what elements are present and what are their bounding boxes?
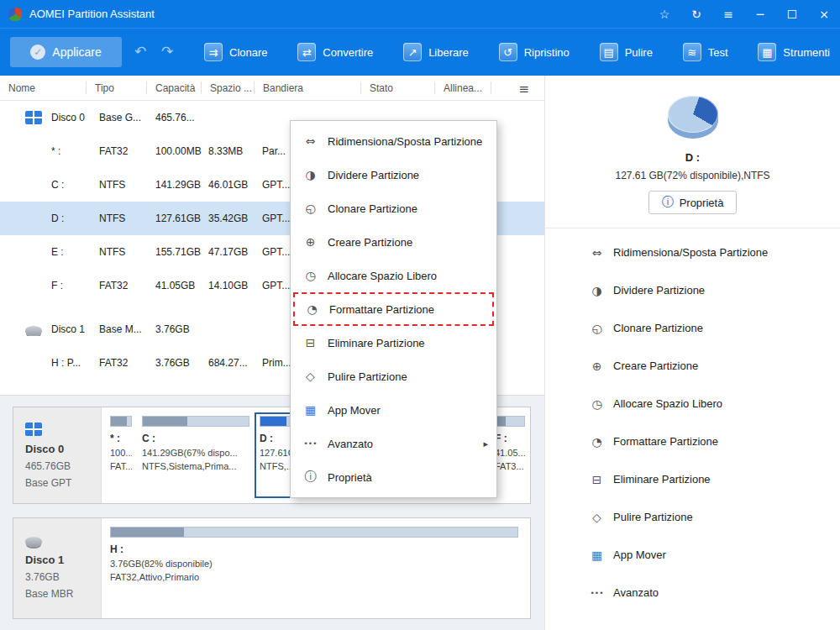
partition-label: F :	[495, 433, 525, 444]
sidebar-action-list: ⇔ Ridimensiona/Sposta Partizione ◑ Divid…	[545, 228, 840, 612]
close-button[interactable]: ×	[808, 0, 840, 28]
context-menu-item[interactable]: ◇ Pulire Partizione	[291, 360, 496, 393]
disk-type: Base GPT	[25, 477, 101, 489]
app-title: AOMEI Partition Assistant	[29, 8, 155, 20]
disk-type: Base MBR	[25, 588, 101, 600]
cell-tipo: Base G...	[87, 112, 147, 123]
cell-capacita: 3.76GB	[147, 323, 202, 335]
partition-label: C :	[142, 433, 249, 444]
sidebar-action-item[interactable]: ⊕ Creare Partizione	[545, 347, 840, 385]
toolbar-action-button[interactable]: ▦ Strumenti	[758, 43, 830, 61]
context-menu-label: Proprietà	[328, 471, 372, 484]
partition-label: * :	[110, 433, 132, 444]
toolbar-action-button[interactable]: ⇄ Convertire	[297, 43, 373, 61]
context-menu-label: Pulire Partizione	[328, 370, 407, 383]
sidebar-action-icon: ⊕	[589, 360, 605, 373]
column-header[interactable]: Stato	[361, 81, 435, 94]
cell-tipo: NTFS	[87, 179, 147, 191]
toolbar-action-button[interactable]: ↗ Liberare	[403, 43, 469, 61]
toolbar-action-button[interactable]: ≋ Test	[683, 43, 728, 61]
context-menu-item[interactable]: ◔ Formattare Partizione	[293, 292, 494, 326]
disk-size: 465.76GB	[25, 460, 101, 472]
column-header[interactable]: Allinea...	[435, 81, 491, 94]
sidebar-action-label: Pulire Partizione	[613, 511, 693, 523]
context-menu-item[interactable]: ◷ Allocare Spazio Libero	[291, 259, 496, 292]
disk1-info[interactable]: Disco 1 3.76GB Base MBR	[13, 518, 102, 618]
toolbar-action-button[interactable]: ⇉ Clonare	[204, 43, 268, 61]
context-menu-item[interactable]: ⇔ Ridimensiona/Sposta Partizione	[291, 124, 496, 158]
sidebar-action-icon: ⇔	[589, 246, 605, 260]
column-settings-icon[interactable]: ≡	[518, 81, 529, 97]
column-header[interactable]: Tipo	[87, 81, 147, 94]
undo-icon[interactable]: ↶	[134, 43, 146, 60]
sidebar-action-icon: ◇	[589, 511, 605, 524]
maximize-button[interactable]: ☐	[776, 0, 808, 28]
sidebar-action-label: Formattare Partizione	[613, 435, 718, 448]
sidebar-action-label: Allocare Spazio Libero	[613, 397, 722, 410]
disk1-panel: Disco 1 3.76GB Base MBR H : 3.76GB(82% d…	[13, 517, 531, 619]
apply-button[interactable]: ✓ Applicare	[10, 37, 122, 67]
partition-block[interactable]: C : 141.29GB(67% dispo... NTFS,Sistema,P…	[139, 414, 253, 496]
hamburger-menu-icon[interactable]: ≡	[712, 0, 744, 28]
selected-volume-label: D :	[545, 151, 840, 164]
sidebar-action-item[interactable]: ◔ Formattare Partizione	[545, 423, 840, 460]
sidebar-action-item[interactable]: ◵ Clonare Partizione	[545, 309, 840, 347]
sidebar-action-icon: ⊟	[589, 473, 605, 486]
sidebar-action-item[interactable]: ◷ Allocare Spazio Libero	[545, 385, 840, 423]
refresh-icon[interactable]: ↻	[680, 0, 712, 28]
disk-icon	[25, 326, 42, 336]
sidebar-action-item[interactable]: ▦ App Mover	[545, 536, 840, 574]
titlebar-controls: ☆ ↻ ≡ ─ ☐ ×	[648, 0, 840, 28]
sidebar-action-item[interactable]: ◑ Dividere Partizione	[545, 271, 840, 309]
cell-nome: C :	[0, 178, 87, 192]
context-menu-item[interactable]: ⊕ Creare Partizione	[291, 225, 496, 259]
sidebar-action-item[interactable]: ••• Avanzato	[545, 574, 840, 612]
properties-button[interactable]: ⓘ Proprietà	[648, 191, 738, 214]
toolbar-action-icon: ⇄	[297, 43, 316, 61]
context-menu-item[interactable]: ••• Avanzato ▸	[291, 427, 496, 460]
redo-icon[interactable]: ↷	[161, 43, 173, 60]
favorite-star-icon[interactable]: ☆	[648, 0, 680, 28]
sidebar-action-icon: ▦	[589, 549, 605, 562]
context-menu-item[interactable]: ⊟ Eliminare Partizione	[291, 326, 496, 360]
disk0-info[interactable]: Disco 0 465.76GB Base GPT	[13, 407, 102, 503]
sidebar-action-label: Ridimensiona/Sposta Partizione	[613, 246, 768, 259]
cell-nome: D :	[0, 212, 87, 225]
sidebar-action-item[interactable]: ⇔ Ridimensiona/Sposta Partizione	[545, 234, 840, 271]
toolbar-action-icon: ▦	[758, 43, 776, 61]
sidebar-action-item[interactable]: ◇ Pulire Partizione	[545, 498, 840, 536]
partition-block[interactable]: * : 100... FAT...	[107, 414, 135, 496]
sidebar-action-icon: ◷	[589, 397, 605, 411]
minimize-button[interactable]: ─	[744, 0, 776, 28]
column-header[interactable]: Capacità	[147, 81, 202, 94]
aomei-logo-icon	[8, 8, 22, 21]
sidebar-action-label: Dividere Partizione	[613, 284, 705, 297]
partition-block[interactable]: H : 3.76GB(82% disponibile) FAT32,Attivo…	[107, 525, 522, 612]
cell-capacita: 100.00MB	[147, 145, 202, 157]
sidebar-action-item[interactable]: ⊟ Eliminare Partizione	[545, 460, 840, 498]
cell-spazio-libero: 684.27...	[202, 357, 255, 369]
context-menu: ⇔ Ridimensiona/Sposta Partizione ◑ Divid…	[290, 120, 497, 498]
context-menu-item[interactable]: ▦ App Mover	[291, 393, 496, 427]
context-menu-item[interactable]: ⓘ Proprietà	[291, 460, 496, 494]
toolbar-action-icon: ↺	[499, 43, 517, 61]
column-header[interactable]: Spazio ...	[202, 81, 255, 94]
cell-capacita: 41.05GB	[147, 280, 202, 291]
context-menu-item[interactable]: ◵ Clonare Partizione	[291, 192, 496, 225]
toolbar-action-button[interactable]: ↺ Ripristino	[499, 43, 570, 61]
cell-capacita: 141.29GB	[147, 179, 202, 191]
sidebar-action-label: Creare Partizione	[613, 360, 698, 372]
context-menu-label: Avanzato	[328, 438, 373, 450]
cell-nome: E :	[0, 245, 87, 259]
toolbar-action-label: Pulire	[625, 46, 653, 59]
sidebar-action-label: Clonare Partizione	[613, 322, 703, 334]
column-header[interactable]: Nome	[0, 81, 87, 94]
sidebar-action-label: App Mover	[613, 549, 666, 561]
toolbar-action-button[interactable]: ▤ Pulire	[600, 43, 653, 61]
app-window: AOMEI Partition Assistant ☆ ↻ ≡ ─ ☐ × ✓ …	[0, 0, 840, 630]
sidebar-action-icon: ◑	[589, 284, 605, 297]
context-menu-item[interactable]: ◑ Dividere Partizione	[291, 158, 496, 192]
titlebar: AOMEI Partition Assistant ☆ ↻ ≡ ─ ☐ ×	[0, 0, 840, 28]
toolbar-action-icon: ⇉	[204, 43, 223, 61]
column-header[interactable]: Bandiera	[255, 81, 361, 94]
